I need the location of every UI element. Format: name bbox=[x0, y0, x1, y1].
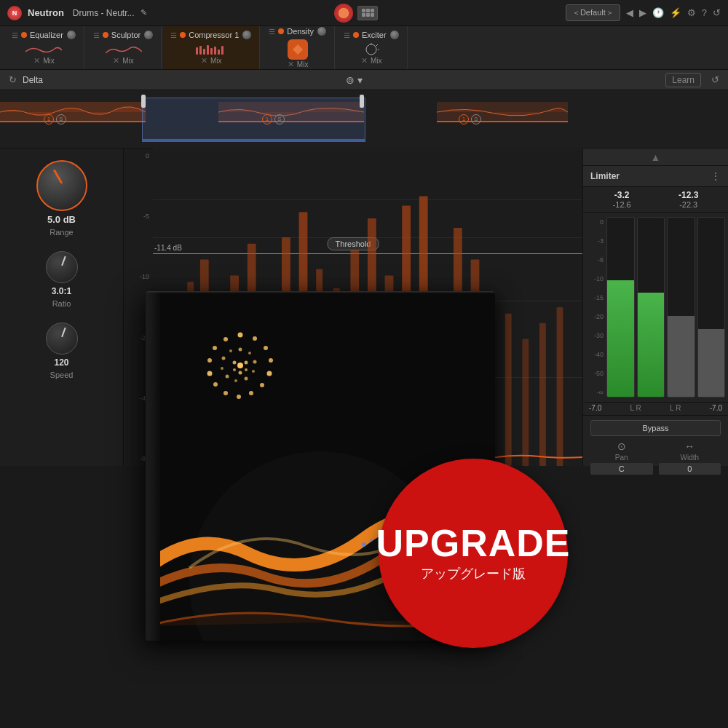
waveform-handle-left[interactable] bbox=[141, 95, 146, 108]
meter-l2 bbox=[667, 217, 695, 397]
eq-knob[interactable] bbox=[66, 30, 76, 40]
history-icon[interactable]: 🕐 bbox=[652, 7, 664, 18]
gear-icon[interactable]: ⚙ bbox=[687, 7, 696, 18]
loop-icon[interactable]: ⊚ ▾ bbox=[346, 74, 363, 86]
svg-point-46 bbox=[213, 382, 218, 387]
exc-menu-icon: ☰ bbox=[344, 31, 350, 39]
ms-inf: -∞ bbox=[586, 389, 604, 396]
refresh-icon[interactable]: ↺ bbox=[713, 7, 721, 18]
ms-40: -40 bbox=[586, 351, 604, 358]
exc-name: Exciter bbox=[362, 31, 387, 39]
width-label: Width bbox=[680, 454, 699, 462]
reset-icon[interactable]: ↺ bbox=[711, 74, 719, 85]
ratio-knob-group: 3.0:1 Ratio bbox=[46, 251, 78, 308]
comp-name: Compressor 1 bbox=[189, 31, 239, 39]
svg-point-51 bbox=[239, 348, 242, 352]
meter-bot-val-r: -7.0 bbox=[710, 404, 722, 412]
svg-point-38 bbox=[253, 336, 257, 341]
sc-close[interactable]: ✕ bbox=[113, 56, 119, 66]
eq-mix-label: Mix bbox=[43, 57, 55, 65]
edit-icon[interactable]: ✎ bbox=[141, 8, 147, 17]
exc-close[interactable]: ✕ bbox=[361, 56, 368, 66]
sc-waveform bbox=[106, 43, 142, 56]
svg-point-63 bbox=[245, 361, 248, 365]
comp-power bbox=[180, 32, 186, 38]
help-icon[interactable]: ? bbox=[702, 7, 707, 18]
delta-bar: ↻ Delta ⊚ ▾ Learn ↺ bbox=[0, 70, 728, 90]
collapse-icon[interactable]: ▲ bbox=[651, 151, 661, 163]
svg-point-58 bbox=[221, 367, 223, 370]
range-value: 5.0 dB bbox=[47, 214, 76, 225]
range-knob[interactable] bbox=[36, 160, 87, 211]
limiter-title: Limiter bbox=[590, 171, 620, 181]
width-value[interactable]: 0 bbox=[659, 463, 721, 475]
svg-point-43 bbox=[249, 391, 253, 395]
band-2-s: S bbox=[274, 114, 285, 124]
module-sculptor[interactable]: ☰ Sculptor ✕ Mix bbox=[86, 26, 162, 69]
den-close[interactable]: ✕ bbox=[288, 60, 294, 69]
learn-button[interactable]: Learn bbox=[665, 73, 701, 87]
svg-rect-4 bbox=[210, 48, 213, 55]
preset-name: Drums - Neutr... bbox=[73, 8, 135, 18]
neutron-orb[interactable] bbox=[334, 4, 353, 23]
comp-knob[interactable] bbox=[242, 30, 252, 40]
grid-icon[interactable] bbox=[357, 6, 378, 20]
speed-label: Speed bbox=[50, 371, 74, 379]
module-equalizer[interactable]: ☰ Equalizer ✕ Mix bbox=[4, 26, 84, 69]
limiter-menu-icon[interactable]: ⋮ bbox=[711, 170, 721, 182]
svg-rect-3 bbox=[207, 45, 209, 55]
module-exciter[interactable]: ☰ Exciter ✕ Mix bbox=[336, 26, 408, 69]
ratio-value: 3.0:1 bbox=[52, 286, 71, 296]
svg-point-40 bbox=[269, 358, 273, 363]
svg-rect-6 bbox=[218, 50, 220, 55]
eq-close[interactable]: ✕ bbox=[33, 56, 40, 66]
speed-knob[interactable] bbox=[46, 323, 78, 355]
module-compressor[interactable]: ☰ Compressor 1 ✕ Mix bbox=[163, 26, 260, 69]
exc-knob[interactable] bbox=[389, 30, 400, 40]
pan-col: ⊙ Pan C bbox=[590, 440, 653, 475]
svg-point-44 bbox=[237, 395, 241, 399]
band-1-num: 1 bbox=[44, 114, 54, 124]
svg-point-8 bbox=[366, 44, 376, 55]
lv1-bot: -12.6 bbox=[613, 200, 631, 209]
sc-knob[interactable] bbox=[143, 30, 154, 40]
ms-30: -30 bbox=[586, 332, 604, 339]
band-3-s: S bbox=[471, 114, 481, 124]
range-knob-group: 5.0 dB Range bbox=[36, 160, 87, 237]
pan-label: Pan bbox=[615, 454, 628, 462]
module-density[interactable]: ☰ Density ✕ Mix bbox=[261, 26, 335, 69]
band-1-indicator: 1 S bbox=[44, 114, 66, 124]
meter-r2 bbox=[697, 217, 726, 397]
den-power bbox=[278, 28, 284, 34]
app-name: Neutron bbox=[28, 7, 64, 18]
comp-close[interactable]: ✕ bbox=[201, 56, 207, 66]
density-icon bbox=[283, 39, 312, 60]
waveform-selection[interactable] bbox=[142, 98, 365, 142]
arrow-right-btn[interactable]: ▶ bbox=[639, 7, 646, 18]
upgrade-text: UPGRADE bbox=[376, 524, 570, 562]
arrow-left-btn[interactable]: ◀ bbox=[626, 7, 633, 18]
ratio-knob[interactable] bbox=[46, 251, 78, 283]
waveform-area: 1 S 1 S 1 S bbox=[0, 90, 728, 149]
bypass-button[interactable]: Bypass bbox=[590, 420, 721, 436]
pan-value[interactable]: C bbox=[590, 463, 653, 475]
svg-point-68 bbox=[362, 542, 366, 547]
svg-point-45 bbox=[223, 391, 228, 395]
svg-point-62 bbox=[233, 361, 237, 365]
default-preset[interactable]: ＜Default＞ bbox=[566, 4, 620, 21]
pan-width-row: ⊙ Pan C ↔ Width 0 bbox=[590, 440, 721, 475]
ms-20: -20 bbox=[586, 313, 604, 320]
meter-bars bbox=[606, 217, 725, 397]
knob-panel: 5.0 dB Range 3.0:1 Ratio 120 Speed bbox=[0, 149, 124, 466]
exc-power bbox=[353, 32, 359, 38]
eq-name: Equalizer bbox=[30, 31, 63, 39]
svg-rect-2 bbox=[203, 49, 205, 55]
den-menu-icon: ☰ bbox=[269, 28, 275, 36]
waveform-band-1 bbox=[0, 102, 146, 122]
delta-loop-icon: ↻ bbox=[9, 74, 17, 85]
waveform-handle-right[interactable] bbox=[360, 95, 364, 108]
meter-bottom-labels: -7.0 L R L R -7.0 bbox=[583, 402, 728, 415]
lightning-icon[interactable]: ⚡ bbox=[670, 7, 681, 18]
limiter-values: -3.2 -12.6 -12.3 -22.3 bbox=[583, 187, 728, 213]
den-knob[interactable] bbox=[317, 26, 327, 36]
